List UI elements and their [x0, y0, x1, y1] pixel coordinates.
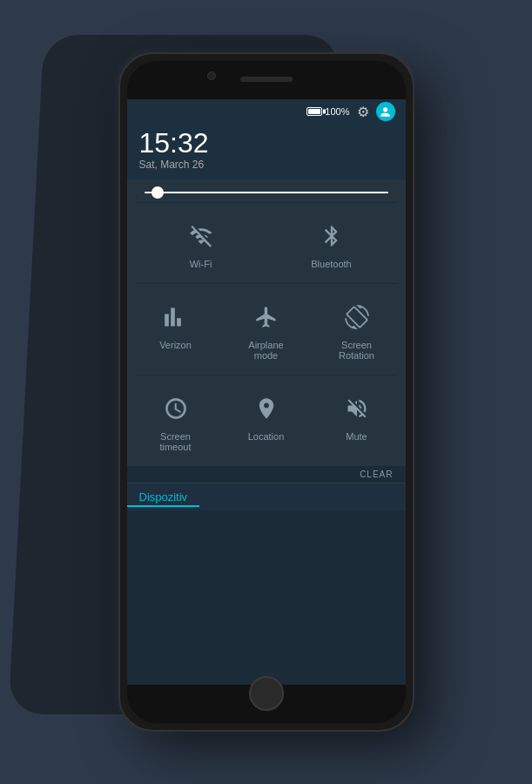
screen: 100% ⚙ 15:32 Sat, March 26	[127, 99, 406, 685]
user-avatar[interactable]	[376, 102, 395, 121]
location-icon	[247, 389, 286, 428]
phone-frame: 100% ⚙ 15:32 Sat, March 26	[118, 52, 414, 732]
tab-bar: Dispozitiv	[127, 483, 406, 510]
wifi-off-icon	[182, 217, 220, 255]
clock-area: 15:32 Sat, March 26	[127, 124, 406, 179]
status-bar: 100% ⚙	[127, 99, 406, 124]
bluetooth-label: Bluetooth	[311, 259, 351, 269]
battery-percent: 100%	[325, 106, 349, 117]
location-toggle[interactable]: Location	[221, 379, 312, 463]
rotation-label: Screen Rotation	[339, 340, 374, 361]
camera	[207, 71, 216, 80]
settings-icon[interactable]: ⚙	[357, 104, 369, 120]
clear-row: CLEAR	[127, 466, 406, 483]
clock-date: Sat, March 26	[139, 159, 394, 171]
signal-icon	[157, 298, 195, 336]
mute-icon	[338, 389, 376, 428]
mute-toggle[interactable]: Mute	[312, 379, 402, 463]
verizon-toggle[interactable]: Verizon	[131, 287, 221, 371]
brightness-row	[127, 179, 406, 202]
clock-time: 15:32	[139, 129, 394, 157]
user-icon	[380, 106, 391, 118]
toggle-row-3: Screen timeout Location	[127, 375, 406, 466]
quick-settings-panel: Wi-Fi Bluetooth	[127, 179, 406, 483]
screen-timeout-label: Screen timeout	[159, 431, 191, 452]
mute-label: Mute	[346, 431, 367, 442]
rotation-toggle[interactable]: Screen Rotation	[312, 287, 402, 371]
clear-button[interactable]: CLEAR	[360, 470, 393, 479]
home-button[interactable]	[249, 676, 284, 711]
screen-timeout-toggle[interactable]: Screen timeout	[131, 379, 221, 463]
verizon-label: Verizon	[159, 340, 192, 350]
airplane-toggle[interactable]: Airplane mode	[221, 287, 312, 371]
brightness-slider[interactable]	[145, 192, 388, 193]
airplane-label: Airplane mode	[248, 340, 283, 361]
wifi-toggle[interactable]: Wi-Fi	[136, 206, 266, 280]
phone-inner: 100% ⚙ 15:32 Sat, March 26	[127, 61, 406, 723]
battery-indicator: 100%	[306, 106, 349, 117]
battery-icon	[306, 107, 322, 116]
wifi-label: Wi-Fi	[190, 259, 212, 269]
tab-dispozitiv[interactable]: Dispozitiv	[127, 489, 200, 507]
toggle-row-1: Wi-Fi Bluetooth	[127, 203, 406, 283]
clock-icon	[157, 389, 195, 428]
speaker-top	[240, 77, 293, 82]
airplane-icon	[247, 298, 286, 336]
toggle-row-2: Verizon Airplane mode	[127, 284, 406, 375]
rotation-icon	[338, 298, 376, 336]
brightness-thumb[interactable]	[152, 186, 164, 199]
bluetooth-icon	[313, 217, 351, 255]
bluetooth-toggle[interactable]: Bluetooth	[266, 206, 397, 280]
location-label: Location	[248, 431, 285, 442]
